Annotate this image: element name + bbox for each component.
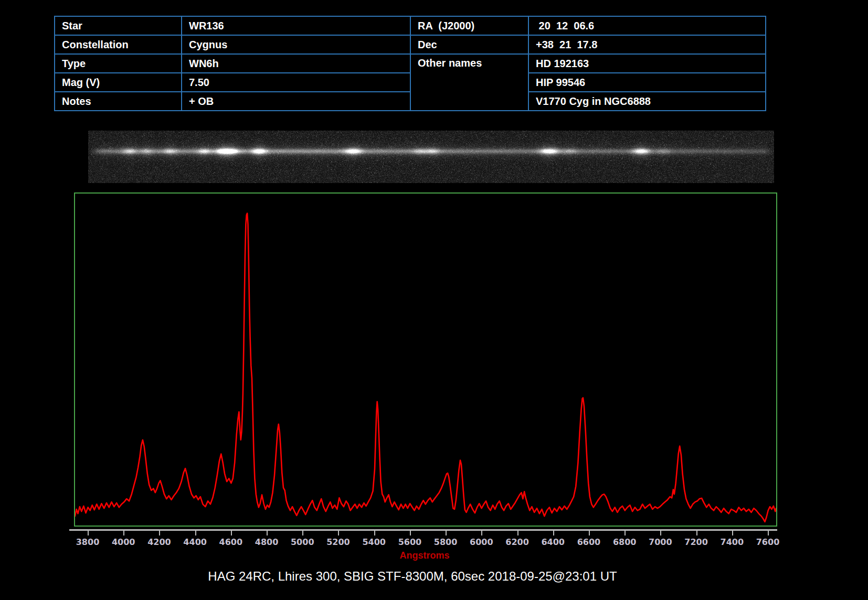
axis-tick-label: 7200	[678, 537, 715, 547]
axis-tick-label: 4200	[141, 537, 177, 547]
spectrum-trace-image	[88, 131, 774, 183]
type-label-cell: Type	[55, 54, 182, 73]
axis-tick-label: 6000	[463, 537, 500, 547]
axis-tick-label: 6400	[535, 537, 571, 547]
axis-tick	[553, 531, 554, 535]
axis-tick	[732, 531, 733, 535]
axis-tick	[88, 531, 89, 535]
other-name-v1770-cell: V1770 Cyg in NGC6888	[528, 92, 766, 111]
axis-tick	[338, 531, 339, 535]
type-value-cell: WN6h	[182, 54, 410, 73]
axis-tick-label: 4400	[177, 537, 214, 547]
axis-tick-label: 7400	[714, 537, 750, 547]
axis-tick-label: 7000	[642, 537, 679, 547]
axis-tick-label: 6200	[499, 537, 536, 547]
notes-value-cell: + OB	[182, 92, 410, 111]
axis-tick	[267, 531, 268, 535]
constellation-value-cell: Cygnus	[182, 35, 410, 54]
constellation-label-cell: Constellation	[55, 35, 182, 54]
axis-tick-label: 5400	[356, 537, 393, 547]
table-row: Star WR136 RA (J2000) 20 12 06.6	[55, 16, 766, 35]
axis-tick-label: 3800	[69, 537, 106, 547]
star-value-cell: WR136	[182, 16, 410, 35]
axis-tick-label: 6600	[570, 537, 607, 547]
spectrum-chart-frame	[74, 192, 777, 527]
other-name-hd-cell: HD 192163	[528, 54, 766, 73]
axis-tick	[696, 531, 697, 535]
axis-line	[69, 529, 777, 531]
axis-tick-label: 7600	[749, 537, 786, 547]
axis-tick-label: 4800	[248, 537, 285, 547]
axis-tick	[481, 531, 482, 535]
x-axis-title: Angstroms	[74, 550, 775, 561]
axis-tick	[302, 531, 303, 535]
spectrum-plot	[75, 194, 776, 526]
axis-tick	[517, 531, 518, 535]
axis-tick	[159, 531, 160, 535]
acquisition-caption: HAG 24RC, Lhires 300, SBIG STF-8300M, 60…	[74, 569, 751, 584]
axis-tick	[195, 531, 196, 535]
dec-label-cell: Dec	[410, 35, 528, 54]
other-names-label-cell: Other names	[410, 54, 528, 111]
axis-tick-label: 4000	[105, 537, 142, 547]
axis-tick-label: 5800	[427, 537, 464, 547]
dec-value-cell: +38 21 17.8	[528, 35, 766, 54]
axis-tick-label: 5600	[391, 537, 428, 547]
ra-label-cell: RA (J2000)	[410, 16, 528, 35]
spectrum-curve	[75, 213, 776, 522]
axis-tick	[768, 531, 769, 535]
mag-label-cell: Mag (V)	[55, 73, 182, 92]
table-row: Notes + OB V1770 Cyg in NGC6888	[55, 92, 766, 111]
ra-value-cell: 20 12 06.6	[528, 16, 766, 35]
axis-tick-label: 5000	[284, 537, 321, 547]
axis-tick	[660, 531, 661, 535]
axis-tick-label: 6800	[606, 537, 643, 547]
star-info-table: Star WR136 RA (J2000) 20 12 06.6 Constel…	[54, 16, 766, 111]
table-row: Type WN6h Other names HD 192163	[55, 54, 766, 73]
table-row: Constellation Cygnus Dec +38 21 17.8	[55, 35, 766, 54]
table-row: Mag (V) 7.50 HIP 99546	[55, 73, 766, 92]
axis-tick	[446, 531, 447, 535]
axis-tick	[374, 531, 375, 535]
axis-tick	[589, 531, 590, 535]
axis-tick	[624, 531, 626, 535]
axis-tick	[410, 531, 411, 535]
axis-tick-label: 5200	[320, 537, 356, 547]
other-name-hip-cell: HIP 99546	[528, 73, 766, 92]
axis-tick	[231, 531, 232, 535]
spectroscopy-report-page: Star WR136 RA (J2000) 20 12 06.6 Constel…	[0, 0, 868, 600]
axis-tick	[123, 531, 124, 535]
notes-label-cell: Notes	[55, 92, 182, 111]
star-label-cell: Star	[55, 16, 182, 35]
axis-tick-label: 4600	[213, 537, 249, 547]
mag-value-cell: 7.50	[182, 73, 410, 92]
